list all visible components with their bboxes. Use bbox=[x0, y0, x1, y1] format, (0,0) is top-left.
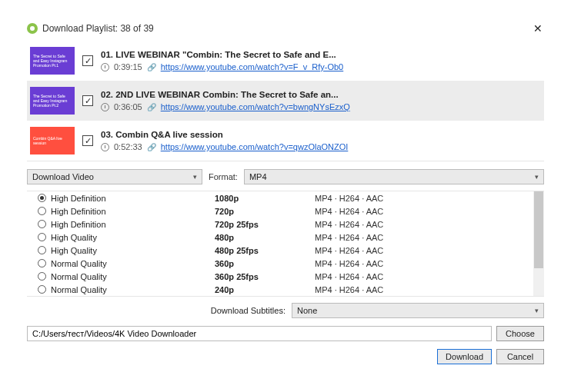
video-duration: 0:52:33 bbox=[114, 142, 142, 151]
format-resolution: 480p 25fps bbox=[215, 246, 315, 255]
format-resolution: 720p bbox=[215, 207, 315, 216]
action-select-value: Download Video bbox=[32, 172, 94, 181]
download-playlist-dialog: Download Playlist: 38 of 39 ✕ The Secret… bbox=[0, 0, 571, 392]
title-bar: Download Playlist: 38 of 39 ✕ bbox=[27, 22, 544, 41]
format-resolution: 360p bbox=[215, 259, 315, 268]
video-thumbnail: The Secret to Safe and Easy Instagram Pr… bbox=[30, 87, 75, 115]
playlist-item[interactable]: The Secret to Safe and Easy Instagram Pr… bbox=[27, 81, 544, 121]
format-codec: MP4 · H264 · AAC bbox=[315, 272, 383, 281]
format-option[interactable]: High Definition 720p 25fps MP4 · H264 · … bbox=[27, 218, 544, 231]
close-icon[interactable]: ✕ bbox=[532, 22, 544, 35]
playlist-item[interactable]: The Secret to Safe and Easy Instagram Pr… bbox=[27, 41, 544, 81]
window-title: Download Playlist: 38 of 39 bbox=[42, 23, 154, 34]
format-resolution: 720p 25fps bbox=[215, 220, 315, 229]
video-url-link[interactable]: https://www.youtube.com/watch?v=F_v_Rfy-… bbox=[161, 62, 344, 71]
controls-section: Download Video ▾ Format: MP4 ▾ High Defi… bbox=[27, 161, 544, 364]
format-quality: Normal Quality bbox=[51, 285, 107, 294]
video-title: 02. 2ND LIVE WEBINAR Combin: The Secret … bbox=[101, 90, 350, 99]
radio-button[interactable] bbox=[38, 246, 46, 254]
format-codec: MP4 · H264 · AAC bbox=[315, 194, 383, 203]
format-quality: Normal Quality bbox=[51, 259, 107, 268]
link-icon: 🔗 bbox=[147, 103, 156, 111]
video-info: 01. LIVE WEBINAR "Combin: The Secret to … bbox=[101, 50, 343, 71]
link-icon: 🔗 bbox=[147, 63, 156, 71]
format-codec: MP4 · H264 · AAC bbox=[315, 233, 383, 242]
radio-button[interactable] bbox=[38, 259, 46, 267]
action-select[interactable]: Download Video ▾ bbox=[27, 169, 202, 184]
checkbox[interactable]: ✓ bbox=[82, 55, 93, 66]
playlist-list: The Secret to Safe and Easy Instagram Pr… bbox=[27, 41, 544, 161]
format-quality: High Definition bbox=[51, 194, 106, 203]
subtitles-select-value: None bbox=[297, 306, 317, 315]
chevron-down-icon: ▾ bbox=[535, 173, 539, 181]
radio-button[interactable] bbox=[38, 272, 46, 281]
format-resolution: 480p bbox=[215, 233, 315, 242]
format-quality: High Quality bbox=[51, 246, 97, 255]
radio-button[interactable] bbox=[38, 233, 46, 241]
format-codec: MP4 · H264 · AAC bbox=[315, 285, 383, 294]
format-resolution: 1080p bbox=[215, 194, 315, 203]
subtitles-label: Download Subtitles: bbox=[201, 306, 286, 315]
cancel-button[interactable]: Cancel bbox=[496, 349, 544, 364]
video-info: 02. 2ND LIVE WEBINAR Combin: The Secret … bbox=[101, 90, 350, 111]
clock-icon bbox=[101, 63, 109, 71]
scrollbar[interactable] bbox=[533, 191, 544, 296]
format-quality: High Definition bbox=[51, 220, 106, 229]
format-option[interactable]: Normal Quality 240p MP4 · H264 · AAC bbox=[27, 283, 544, 296]
video-thumbnail: Combin Q&A live session bbox=[30, 127, 75, 154]
format-option[interactable]: High Quality 480p 25fps MP4 · H264 · AAC bbox=[27, 244, 544, 257]
format-resolution: 360p 25fps bbox=[215, 272, 315, 281]
format-label: Format: bbox=[209, 172, 238, 181]
video-url-link[interactable]: https://www.youtube.com/watch?v=qwzOlaON… bbox=[161, 142, 349, 151]
format-select[interactable]: MP4 ▾ bbox=[244, 169, 544, 184]
scrollbar-thumb[interactable] bbox=[534, 191, 543, 268]
format-select-value: MP4 bbox=[249, 172, 267, 181]
choose-button[interactable]: Choose bbox=[496, 326, 544, 341]
video-duration: 0:36:05 bbox=[114, 102, 142, 111]
radio-button[interactable] bbox=[38, 207, 46, 215]
format-codec: MP4 · H264 · AAC bbox=[315, 220, 383, 229]
clock-icon bbox=[101, 103, 109, 111]
video-info: 03. Combin Q&A live session 0:52:33 🔗 ht… bbox=[101, 130, 348, 151]
format-resolution: 240p bbox=[215, 285, 315, 294]
radio-button[interactable] bbox=[38, 220, 46, 228]
video-title: 03. Combin Q&A live session bbox=[101, 130, 348, 139]
video-thumbnail: The Secret to Safe and Easy Instagram Pr… bbox=[30, 47, 75, 75]
format-option[interactable]: High Definition 1080p MP4 · H264 · AAC bbox=[27, 191, 544, 204]
app-icon bbox=[27, 23, 38, 34]
checkbox[interactable]: ✓ bbox=[82, 95, 93, 106]
video-url-link[interactable]: https://www.youtube.com/watch?v=bwngNYsE… bbox=[161, 102, 350, 111]
chevron-down-icon: ▾ bbox=[535, 307, 539, 314]
video-duration: 0:39:15 bbox=[114, 62, 142, 71]
download-button[interactable]: Download bbox=[437, 349, 492, 364]
format-codec: MP4 · H264 · AAC bbox=[315, 246, 383, 255]
subtitles-select[interactable]: None ▾ bbox=[292, 303, 544, 318]
format-option[interactable]: Normal Quality 360p 25fps MP4 · H264 · A… bbox=[27, 270, 544, 283]
video-title: 01. LIVE WEBINAR "Combin: The Secret to … bbox=[101, 50, 343, 59]
format-option[interactable]: Normal Quality 360p MP4 · H264 · AAC bbox=[27, 257, 544, 270]
format-option[interactable]: High Quality 480p MP4 · H264 · AAC bbox=[27, 231, 544, 244]
format-quality: Normal Quality bbox=[51, 272, 107, 281]
format-codec: MP4 · H264 · AAC bbox=[315, 259, 383, 268]
format-options-list: High Definition 1080p MP4 · H264 · AAC H… bbox=[27, 191, 544, 297]
radio-button[interactable] bbox=[38, 194, 46, 202]
format-quality: High Quality bbox=[51, 233, 97, 242]
clock-icon bbox=[101, 143, 109, 151]
checkbox[interactable]: ✓ bbox=[82, 135, 93, 146]
playlist-item[interactable]: Combin Q&A live session ✓ 03. Combin Q&A… bbox=[27, 121, 544, 161]
format-quality: High Definition bbox=[51, 207, 106, 216]
link-icon: 🔗 bbox=[147, 143, 156, 151]
save-path-input[interactable] bbox=[27, 326, 492, 341]
format-option[interactable]: High Definition 720p MP4 · H264 · AAC bbox=[27, 204, 544, 218]
format-codec: MP4 · H264 · AAC bbox=[315, 207, 383, 216]
radio-button[interactable] bbox=[38, 285, 46, 294]
chevron-down-icon: ▾ bbox=[193, 173, 197, 181]
